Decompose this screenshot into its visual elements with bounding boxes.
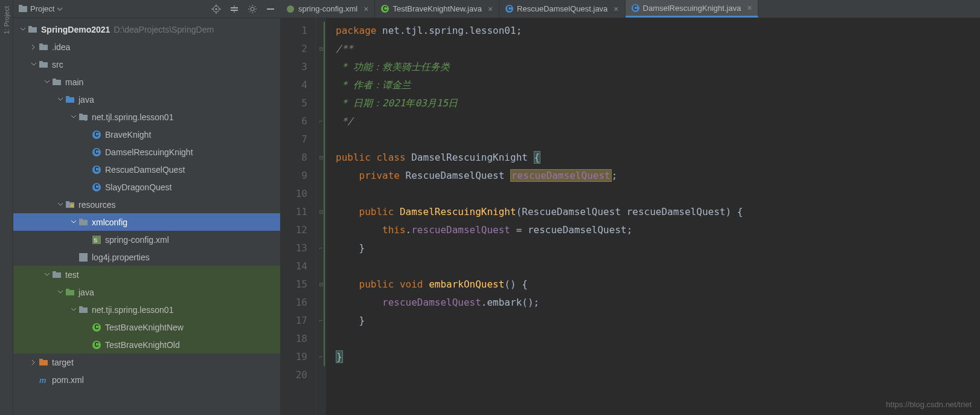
- test-class-icon: C: [92, 341, 101, 349]
- class-icon: C: [92, 183, 101, 191]
- test-class-icon: C: [92, 323, 101, 332]
- svg-point-3: [216, 8, 217, 10]
- svg-rect-19: [66, 96, 69, 98]
- tree-class-braveknight[interactable]: C BraveKnight: [13, 126, 280, 143]
- svg-rect-32: [53, 271, 56, 273]
- svg-rect-27: [79, 219, 83, 220]
- svg-rect-37: [39, 360, 48, 365]
- tree-resources[interactable]: resources: [13, 196, 280, 213]
- tool-rail[interactable]: 1: Project: [0, 0, 13, 415]
- tab-testbraveknight[interactable]: C TestBraveKnightNew.java ×: [375, 0, 499, 18]
- tab-damselrescuing[interactable]: C DamselRescuingKnight.java ×: [626, 0, 759, 18]
- svg-rect-38: [39, 359, 43, 361]
- tree-java[interactable]: java: [13, 91, 280, 108]
- code-editor[interactable]: 1 2 3 4 5 6 7 8 9 10 11 12 13 14 15 16 1…: [280, 18, 980, 415]
- tree-target[interactable]: target: [13, 353, 280, 371]
- watermark: https://blog.csdn.net/triet: [886, 400, 972, 409]
- svg-point-22: [84, 117, 88, 121]
- tree-src[interactable]: src: [13, 56, 280, 73]
- svg-rect-34: [66, 289, 69, 291]
- tree-pkgtest[interactable]: net.tji.spring.lesson01: [13, 301, 280, 318]
- project-icon: [18, 4, 28, 14]
- code-content[interactable]: package net.tjl.spring.lesson01; /** * 功…: [326, 18, 980, 415]
- close-icon[interactable]: ×: [363, 4, 368, 14]
- project-tree[interactable]: SpringDemo2021 D:\deaProjects\SpringDem …: [13, 18, 280, 415]
- class-icon: C: [632, 4, 639, 12]
- editor-area: spring-config.xml × C TestBraveKnightNew…: [280, 0, 980, 415]
- change-marker: [324, 22, 325, 366]
- tree-test[interactable]: test: [13, 266, 280, 283]
- minimize-icon[interactable]: [266, 4, 275, 14]
- close-icon[interactable]: ×: [613, 4, 618, 14]
- svg-rect-21: [79, 114, 83, 115]
- sidebar-title-text: Project: [30, 4, 54, 13]
- test-class-icon: C: [381, 5, 389, 13]
- tree-root[interactable]: SpringDemo2021 D:\deaProjects\SpringDem: [13, 21, 280, 38]
- close-icon[interactable]: ×: [747, 3, 752, 13]
- editor-tabs: spring-config.xml × C TestBraveKnightNew…: [280, 0, 980, 18]
- svg-rect-31: [53, 272, 61, 278]
- svg-rect-35: [79, 307, 88, 313]
- svg-rect-36: [79, 306, 83, 308]
- tab-spring-config[interactable]: spring-config.xml ×: [280, 0, 375, 18]
- svg-rect-33: [66, 290, 74, 295]
- svg-rect-18: [66, 97, 74, 103]
- svg-rect-17: [53, 79, 56, 80]
- svg-rect-12: [39, 45, 48, 50]
- class-icon: C: [92, 148, 101, 156]
- tree-pkg1[interactable]: net.tjl.spring.lesson01: [13, 108, 280, 126]
- project-sidebar: Project SpringDemo2021 D:\deaProjects\Sp…: [13, 0, 280, 415]
- svg-rect-16: [53, 80, 61, 85]
- svg-rect-10: [28, 27, 37, 33]
- tree-class-damselrescuing[interactable]: C DamselRescuingKnight: [13, 143, 280, 161]
- svg-point-40: [287, 5, 294, 13]
- tab-rescuedamsel[interactable]: C RescueDamselQuest.java ×: [499, 0, 625, 18]
- svg-rect-30: [79, 253, 88, 262]
- svg-rect-9: [267, 8, 274, 10]
- class-icon: C: [92, 166, 101, 174]
- svg-rect-24: [66, 201, 69, 203]
- svg-rect-11: [28, 26, 32, 28]
- dropdown-icon[interactable]: [57, 6, 63, 12]
- tree-testclass2[interactable]: C TestBraveKnightOld: [13, 336, 280, 353]
- close-icon[interactable]: ×: [488, 4, 493, 14]
- properties-icon: [79, 253, 88, 262]
- svg-text:m: m: [39, 376, 46, 384]
- tree-main[interactable]: main: [13, 73, 280, 91]
- svg-rect-15: [39, 61, 43, 63]
- svg-rect-26: [79, 220, 88, 225]
- svg-point-8: [251, 7, 254, 11]
- tree-class-slaydragon[interactable]: C SlayDragonQuest: [13, 178, 280, 196]
- svg-rect-13: [39, 43, 43, 45]
- rail-project-label[interactable]: 1: Project: [3, 6, 10, 34]
- svg-rect-25: [71, 204, 74, 207]
- svg-text:S: S: [94, 237, 97, 243]
- tree-testclass1[interactable]: C TestBraveKnightNew: [13, 318, 280, 336]
- locate-icon[interactable]: [211, 4, 221, 14]
- svg-rect-14: [39, 62, 48, 68]
- tree-idea[interactable]: .idea: [13, 38, 280, 56]
- class-icon: C: [505, 5, 513, 13]
- gear-icon[interactable]: [248, 4, 257, 14]
- sidebar-header: Project: [13, 0, 280, 18]
- svg-rect-1: [19, 5, 22, 7]
- collapse-icon[interactable]: [229, 4, 239, 14]
- maven-icon: m: [39, 376, 48, 384]
- tree-class-rescuedamsel[interactable]: C RescueDamselQuest: [13, 161, 280, 178]
- tree-springconfig[interactable]: S spring-config.xml: [13, 231, 280, 248]
- tree-log4j[interactable]: log4j.properties: [13, 248, 280, 266]
- class-icon: C: [92, 130, 101, 139]
- tree-pom[interactable]: m pom.xml: [13, 371, 280, 388]
- tree-javatest[interactable]: java: [13, 283, 280, 301]
- spring-icon: [286, 5, 295, 13]
- tree-xmlconfig[interactable]: xmlconfig: [13, 213, 280, 231]
- svg-rect-0: [19, 6, 27, 12]
- xml-icon: S: [92, 236, 101, 244]
- line-gutter: 1 2 3 4 5 6 7 8 9 10 11 12 13 14 15 16 1…: [280, 18, 316, 415]
